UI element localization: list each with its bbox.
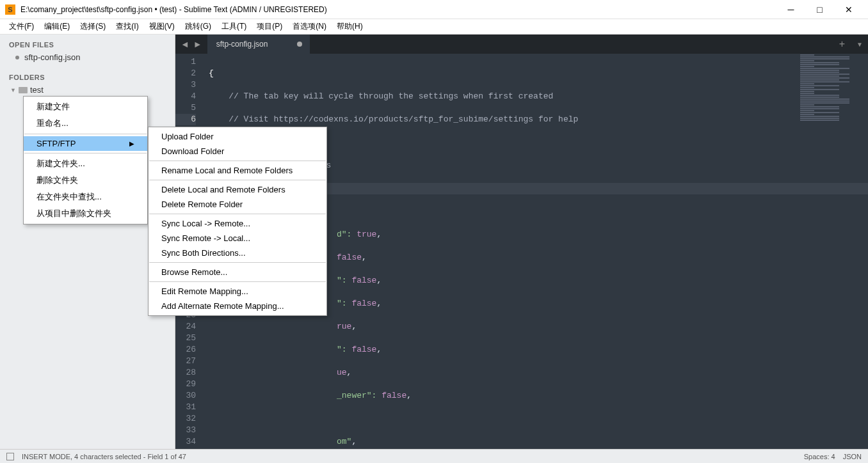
menu-separator (24, 153, 147, 153)
folder-icon (19, 87, 28, 93)
title-bar: S E:\comany_project\test\sftp-config.jso… (0, 0, 868, 19)
ctx-sftp-ftp[interactable]: SFTP/FTP ▶ (24, 136, 147, 151)
nav-forward-icon[interactable]: ► (192, 39, 204, 49)
folder-item[interactable]: ▼ test (0, 84, 175, 96)
chevron-down-icon: ▼ (10, 87, 16, 93)
menu-select[interactable]: 选择(S) (75, 19, 111, 34)
sftp-submenu: Upload Folder Download Folder Rename Loc… (148, 127, 327, 316)
minimize-button[interactable]: ─ (776, 1, 805, 19)
tab-modified-dot-icon (297, 42, 302, 47)
ctx-sync-remote-local[interactable]: Sync Remote -> Local... (149, 231, 326, 246)
open-file-item[interactable]: sftp-config.json (0, 51, 175, 63)
menu-separator (24, 134, 147, 134)
menu-preferences[interactable]: 首选项(N) (287, 19, 332, 34)
tab-label: sftp-config.json (216, 40, 268, 49)
menu-tools[interactable]: 工具(T) (216, 19, 252, 34)
ctx-add-alt-mapping[interactable]: Add Alternate Remote Mapping... (149, 299, 326, 313)
status-spaces[interactable]: Spaces: 4 (804, 453, 835, 460)
folders-header: FOLDERS (0, 71, 175, 84)
ctx-find-in-folder[interactable]: 在文件夹中查找... (24, 189, 147, 205)
chevron-right-icon: ▶ (129, 140, 134, 147)
menu-bar: 文件(F) 编辑(E) 选择(S) 查找(I) 视图(V) 跳转(G) 工具(T… (0, 19, 868, 35)
menu-edit[interactable]: 编辑(E) (39, 19, 75, 34)
ctx-remove-from-project[interactable]: 从项目中删除文件夹 (24, 205, 147, 222)
menu-goto[interactable]: 跳转(G) (180, 19, 216, 34)
ctx-rename-both[interactable]: Rename Local and Remote Folders (149, 163, 326, 178)
ctx-new-file[interactable]: 新建文件 (24, 98, 147, 115)
menu-separator (149, 214, 326, 214)
nav-back-icon[interactable]: ◄ (179, 39, 191, 49)
menu-separator (149, 161, 326, 161)
menu-separator (149, 180, 326, 180)
ctx-browse-remote[interactable]: Browse Remote... (149, 265, 326, 279)
menu-view[interactable]: 视图(V) (144, 19, 180, 34)
folder-context-menu: 新建文件 重命名... SFTP/FTP ▶ 新建文件夹... 删除文件夹 在文… (23, 96, 148, 224)
close-button[interactable]: ✕ (834, 1, 863, 19)
status-indicator-icon[interactable] (6, 453, 14, 460)
ctx-new-folder[interactable]: 新建文件夹... (24, 155, 147, 172)
menu-help[interactable]: 帮助(H) (332, 19, 368, 34)
menu-separator (149, 262, 326, 263)
window-title: E:\comany_project\test\sftp-config.json … (20, 5, 776, 14)
menu-separator (149, 281, 326, 282)
tab-dropdown-icon[interactable]: ▼ (851, 35, 868, 54)
ctx-download-folder[interactable]: Download Folder (149, 144, 326, 159)
menu-file[interactable]: 文件(F) (4, 19, 39, 34)
ctx-delete-both[interactable]: Delete Local and Remote Folders (149, 182, 326, 197)
status-bar: INSERT MODE, 4 characters selected - Fie… (0, 449, 868, 463)
ctx-delete-remote[interactable]: Delete Remote Folder (149, 197, 326, 212)
open-files-header: OPEN FILES (0, 38, 175, 51)
tab-bar: ◄ ► sftp-config.json + ▼ (175, 35, 868, 54)
open-file-name: sftp-config.json (24, 52, 80, 62)
ctx-sync-local-remote[interactable]: Sync Local -> Remote... (149, 216, 326, 231)
status-syntax[interactable]: JSON (843, 453, 862, 460)
ctx-rename[interactable]: 重命名... (24, 115, 147, 132)
ctx-sync-both[interactable]: Sync Both Directions... (149, 246, 326, 260)
status-left: INSERT MODE, 4 characters selected - Fie… (22, 453, 186, 460)
menu-project[interactable]: 项目(P) (252, 19, 287, 34)
ctx-edit-mapping[interactable]: Edit Remote Mapping... (149, 284, 326, 299)
ctx-delete-folder[interactable]: 删除文件夹 (24, 172, 147, 189)
maximize-button[interactable]: □ (805, 1, 834, 19)
ctx-upload-folder[interactable]: Upload Folder (149, 129, 326, 144)
modified-dot-icon (15, 56, 19, 59)
menu-find[interactable]: 查找(I) (111, 19, 143, 34)
file-tab[interactable]: sftp-config.json (207, 35, 310, 54)
new-tab-button[interactable]: + (833, 35, 851, 54)
folder-name: test (30, 85, 44, 95)
app-logo: S (5, 4, 15, 15)
